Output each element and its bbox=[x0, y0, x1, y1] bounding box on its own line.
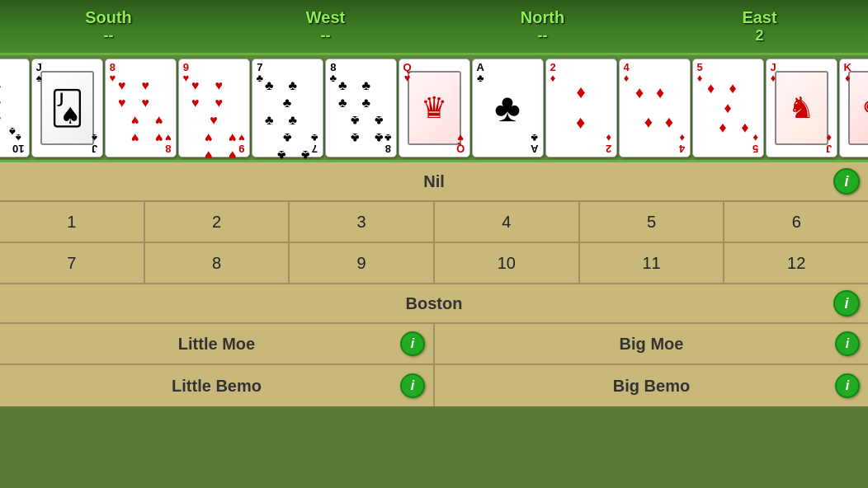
north-sub: -- bbox=[538, 27, 548, 45]
grid-row-2: 7 8 9 10 11 12 bbox=[0, 243, 868, 284]
south-label: South bbox=[85, 8, 132, 27]
card-8-hearts[interactable]: 8♥ ♥♥ ♥♥ ♥♥ ♥♥ 8♥ bbox=[105, 59, 177, 157]
card-A-clubs[interactable]: A♣ ♣ A♣ bbox=[472, 59, 544, 157]
big-moe-info-button[interactable]: i bbox=[835, 331, 860, 356]
little-moe-info-button[interactable]: i bbox=[400, 331, 425, 356]
grid-cell-5[interactable]: 5 bbox=[580, 202, 725, 242]
big-moe-cell: Big Moe i bbox=[435, 324, 868, 364]
grid-cell-11[interactable]: 11 bbox=[580, 243, 725, 283]
south-sub: -- bbox=[104, 27, 114, 45]
nil-row: Nil i bbox=[0, 162, 868, 202]
little-bemo-cell: Little Bemo i bbox=[0, 365, 435, 406]
big-moe-label: Big Moe bbox=[620, 335, 684, 354]
card-Q-hearts[interactable]: Q♥ ♛ Q♥ bbox=[399, 59, 470, 157]
little-bemo-label: Little Bemo bbox=[172, 377, 262, 396]
north-label: North bbox=[521, 8, 564, 27]
west-sub: -- bbox=[321, 27, 331, 45]
game-area: Nil i 1 2 3 4 5 6 7 8 9 10 11 12 Boston … bbox=[0, 162, 868, 406]
big-bemo-info-button[interactable]: i bbox=[835, 373, 860, 398]
boston-row: Boston i bbox=[0, 284, 868, 324]
grid-cell-1[interactable]: 1 bbox=[0, 202, 145, 242]
grid-cell-6[interactable]: 6 bbox=[724, 202, 868, 242]
header-south: South -- bbox=[0, 0, 217, 53]
card-10-spades[interactable]: 10♠ ♠♠ ♠♠ ♠♠ ♠♠ 10♠ bbox=[0, 59, 30, 157]
boston-label: Boston bbox=[406, 294, 463, 313]
card-2-diamonds[interactable]: 2♦ ♦ ♦ 2♦ bbox=[545, 59, 617, 157]
card-J-diamonds[interactable]: J♦ ♞ J♦ bbox=[766, 59, 837, 157]
east-label: East bbox=[742, 8, 776, 27]
nil-label: Nil bbox=[423, 172, 445, 191]
grid-cell-9[interactable]: 9 bbox=[290, 243, 435, 283]
header-north: North -- bbox=[434, 0, 651, 53]
grid-cell-12[interactable]: 12 bbox=[724, 243, 868, 283]
card-4-diamonds[interactable]: 4♦ ♦♦ ♦♦ 4♦ bbox=[619, 59, 691, 157]
card-8-clubs[interactable]: 8♣ ♣♣ ♣♣ ♣♣ ♣♣ 8♣ bbox=[325, 59, 397, 157]
big-bemo-label: Big Bemo bbox=[613, 377, 690, 396]
card-J-spades[interactable]: J♠ 🂫 J♠ bbox=[31, 59, 103, 157]
grid-cell-2[interactable]: 2 bbox=[145, 202, 290, 242]
little-moe-cell: Little Moe i bbox=[0, 324, 435, 364]
grid-cell-3[interactable]: 3 bbox=[290, 202, 435, 242]
card-7-clubs[interactable]: 7♣ ♣♣ ♣ ♣♣ ♣ ♣♣ 7♣ bbox=[252, 59, 323, 157]
grid-cell-10[interactable]: 10 bbox=[435, 243, 580, 283]
card-5-diamonds[interactable]: 5♦ ♦♦ ♦ ♦♦ 5♦ bbox=[692, 59, 764, 157]
little-moe-label: Little Moe bbox=[178, 335, 255, 354]
header-east: East 2 bbox=[651, 0, 868, 53]
card-9-hearts[interactable]: 9♥ ♥♥ ♥♥ ♥ ♥♥ ♥♥ 9♥ bbox=[178, 59, 250, 157]
grid-cell-7[interactable]: 7 bbox=[0, 243, 145, 283]
little-bemo-info-button[interactable]: i bbox=[400, 373, 425, 398]
cards-area: 10♠ ♠♠ ♠♠ ♠♠ ♠♠ 10♠ J♠ 🂫 J♠ 8♥ ♥♥ ♥♥ ♥♥ … bbox=[0, 55, 868, 162]
east-sub: 2 bbox=[755, 27, 763, 45]
grid-cell-8[interactable]: 8 bbox=[145, 243, 290, 283]
header: South -- West -- North -- East 2 bbox=[0, 0, 868, 55]
west-label: West bbox=[306, 8, 345, 27]
grid-cell-4[interactable]: 4 bbox=[435, 202, 580, 242]
bemo-row: Little Bemo i Big Bemo i bbox=[0, 365, 868, 406]
grid-row-1: 1 2 3 4 5 6 bbox=[0, 202, 868, 243]
card-K-diamonds[interactable]: K♦ ♚ K♦ bbox=[839, 59, 869, 157]
nil-info-button[interactable]: i bbox=[833, 168, 860, 195]
moe-row: Little Moe i Big Moe i bbox=[0, 324, 868, 365]
header-west: West -- bbox=[217, 0, 434, 53]
big-bemo-cell: Big Bemo i bbox=[435, 365, 868, 406]
boston-info-button[interactable]: i bbox=[833, 290, 860, 317]
